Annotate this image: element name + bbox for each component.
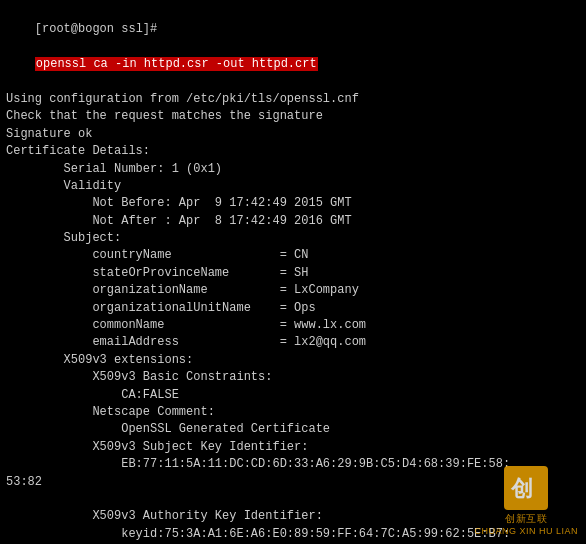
output-line-13: organizationalUnitName = Ops [6,300,580,317]
output-line-9: Subject: [6,230,580,247]
prompt: [root@bogon ssl]# [35,22,157,36]
output-line-15: emailAddress = lx2@qq.com [6,334,580,351]
terminal-window: [root@bogon ssl]# openssl ca -in httpd.c… [0,0,586,544]
output-line-10: countryName = CN [6,247,580,264]
output-line-6: Validity [6,178,580,195]
output-line-16: X509v3 extensions: [6,352,580,369]
watermark-text-en: CHUANG XIN HU LIAN [474,526,578,536]
output-line-14: commonName = www.lx.com [6,317,580,334]
output-line-21: X509v3 Subject Key Identifier: [6,439,580,456]
output-line-3: Signature ok [6,126,580,143]
output-line-1: Using configuration from /etc/pki/tls/op… [6,91,580,108]
watermark-text-cn: 创新互联 [505,512,547,526]
output-line-5: Serial Number: 1 (0x1) [6,161,580,178]
command-text: openssl ca -in httpd.csr -out httpd.crt [35,57,318,71]
output-line-2: Check that the request matches the signa… [6,108,580,125]
output-line-7: Not Before: Apr 9 17:42:49 2015 GMT [6,195,580,212]
output-line-17: X509v3 Basic Constraints: [6,369,580,386]
watermark: 创 创新互联 CHUANG XIN HU LIAN [474,466,578,536]
output-line-12: organizationName = LxCompany [6,282,580,299]
svg-text:创: 创 [510,476,533,501]
watermark-icon: 创 [506,468,546,508]
output-line-11: stateOrProvinceName = SH [6,265,580,282]
output-line-20: OpenSSL Generated Certificate [6,421,580,438]
output-line-8: Not After : Apr 8 17:42:49 2016 GMT [6,213,580,230]
output-line-18: CA:FALSE [6,387,580,404]
command-line: [root@bogon ssl]# openssl ca -in httpd.c… [6,4,580,91]
watermark-logo: 创 [504,466,548,510]
output-line-19: Netscape Comment: [6,404,580,421]
output-line-4: Certificate Details: [6,143,580,160]
